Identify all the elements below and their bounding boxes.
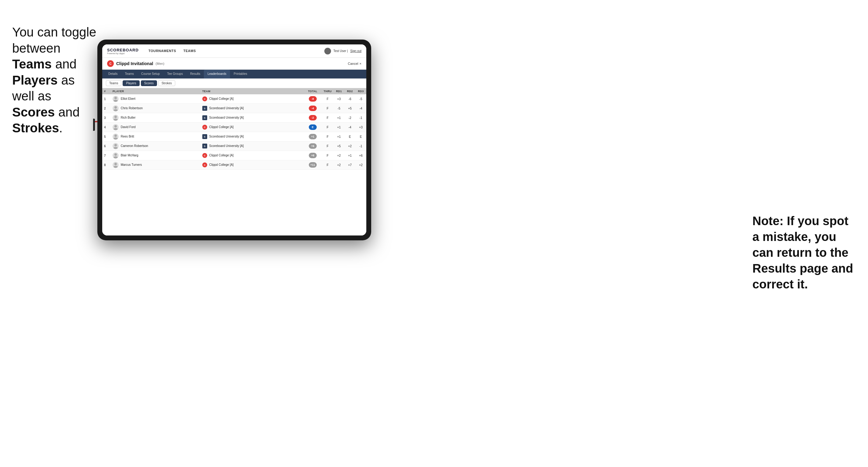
cell-rd1: +1 (334, 132, 344, 142)
cell-thru: F (322, 151, 334, 160)
nav-tournaments[interactable]: TOURNAMENTS (145, 44, 180, 58)
svg-point-11 (114, 144, 117, 146)
svg-point-3 (114, 106, 117, 108)
table-header-row: # PLAYER TEAM TOTAL THRU RD1 RD2 RD3 (102, 88, 366, 94)
cell-rank: 1 (102, 94, 111, 104)
tab-details[interactable]: Details (105, 70, 121, 79)
team-logo: C (202, 153, 207, 158)
score-badge: E (309, 124, 317, 130)
col-player: PLAYER (111, 88, 200, 94)
svg-point-5 (114, 116, 117, 118)
cell-rd1: +3 (334, 94, 344, 104)
cell-rd1: +1 (334, 123, 344, 132)
cell-player: Cameron Robertson (111, 142, 200, 151)
score-badge: -8 (309, 96, 317, 102)
user-name: Test User | (334, 49, 348, 53)
player-avatar (113, 124, 119, 130)
score-badge: -4 (309, 105, 317, 111)
tournament-logo: C (107, 60, 114, 67)
cell-rd2: -4 (344, 123, 355, 132)
nav-items: TOURNAMENTS TEAMS (145, 44, 324, 58)
cell-rd1: +2 (334, 151, 344, 160)
svg-point-9 (114, 134, 117, 137)
cell-team: S Scoreboard University [A] (200, 142, 304, 151)
cell-team: C Clippd College [A] (200, 94, 304, 104)
toggle-strokes[interactable]: Strokes (158, 80, 175, 86)
tab-printables[interactable]: Printables (230, 70, 251, 79)
cell-player: Chris Robertson (111, 104, 200, 113)
cell-rd2: -6 (344, 94, 355, 104)
col-rank: # (102, 88, 111, 94)
svg-point-7 (114, 125, 117, 127)
col-rd2: RD2 (344, 88, 355, 94)
score-badge: +6 (309, 143, 317, 149)
table-row: 3 Rich Butler S Scoreboard University [A… (102, 113, 366, 123)
cell-team: C Clippd College [A] (200, 160, 304, 170)
cell-thru: F (322, 104, 334, 113)
sign-out-link[interactable]: Sign out (350, 49, 362, 53)
logo-area: SCOREBOARD Powered by clippd (107, 48, 139, 55)
svg-point-6 (114, 119, 118, 121)
cell-rd3: -1 (355, 113, 366, 123)
cell-player: Marcus Turners (111, 160, 200, 170)
cell-total: +6 (304, 142, 322, 151)
tournament-header: C Clippd Invitational (Men) Cancel × (102, 58, 366, 70)
cell-rank: 6 (102, 142, 111, 151)
cell-rd2: -2 (344, 113, 355, 123)
cell-total: E (304, 123, 322, 132)
col-thru: THRU (322, 88, 334, 94)
toggle-scores[interactable]: Scores (141, 80, 157, 86)
player-avatar (113, 115, 119, 121)
player-avatar (113, 96, 119, 102)
cell-team: S Scoreboard University [A] (200, 132, 304, 142)
svg-point-8 (114, 128, 118, 130)
teams-bold: Teams (12, 57, 52, 71)
tablet-side-button (93, 119, 95, 131)
toggle-teams[interactable]: Teams (106, 80, 121, 86)
cell-rd3: -5 (355, 94, 366, 104)
cell-rd2: +5 (344, 104, 355, 113)
tab-teams[interactable]: Teams (121, 70, 137, 79)
cell-team: C Clippd College [A] (200, 151, 304, 160)
score-badge: +11 (309, 162, 317, 168)
cell-rd3: +2 (355, 160, 366, 170)
cell-player: Rees Britt (111, 132, 200, 142)
tab-results[interactable]: Results (186, 70, 204, 79)
svg-point-4 (114, 109, 118, 111)
score-badge: +1 (309, 134, 317, 139)
cell-total: +1 (304, 132, 322, 142)
cell-rd2: +7 (344, 160, 355, 170)
annotation-right: Note: If you spot a mistake, you can ret… (752, 213, 856, 292)
col-rd3: RD3 (355, 88, 366, 94)
header-right: Test User | Sign out (324, 48, 362, 55)
cell-rd3: +3 (355, 123, 366, 132)
cell-thru: F (322, 113, 334, 123)
svg-point-2 (114, 100, 118, 102)
nav-teams[interactable]: TEAMS (180, 44, 199, 58)
toggle-players[interactable]: Players (123, 80, 140, 86)
table-body: 1 Elliot Ebert C Clippd College [A] -8 F… (102, 94, 366, 170)
strokes-bold: Strokes (12, 121, 59, 135)
player-avatar (113, 133, 119, 139)
svg-point-1 (114, 97, 117, 99)
cell-player: Blair McHarg (111, 151, 200, 160)
svg-point-16 (114, 166, 118, 168)
cancel-button[interactable]: Cancel × (348, 62, 362, 65)
svg-point-13 (114, 153, 117, 156)
table-row: 2 Chris Robertson S Scoreboard Universit… (102, 104, 366, 113)
score-badge: -2 (309, 115, 317, 121)
cell-player: Rich Butler (111, 113, 200, 123)
player-avatar (113, 105, 119, 111)
note-label: Note: If you spot a mistake, you can ret… (752, 214, 853, 291)
cell-rd1: -5 (334, 104, 344, 113)
cell-rank: 8 (102, 160, 111, 170)
team-logo: S (202, 134, 207, 139)
team-logo: C (202, 162, 207, 167)
table-row: 1 Elliot Ebert C Clippd College [A] -8 F… (102, 94, 366, 104)
tab-course-setup[interactable]: Course Setup (137, 70, 163, 79)
player-avatar (113, 152, 119, 158)
cell-rd2: E (344, 132, 355, 142)
cell-total: -2 (304, 113, 322, 123)
tab-leaderboards[interactable]: Leaderboards (204, 70, 230, 79)
tab-tee-groups[interactable]: Tee Groups (163, 70, 186, 79)
